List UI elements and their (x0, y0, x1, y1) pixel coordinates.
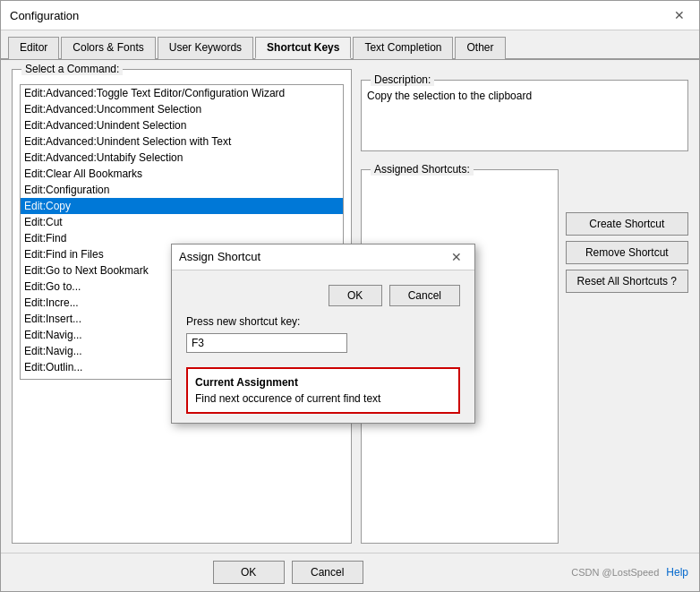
bottom-bar-buttons: OK Cancel (12, 561, 564, 584)
window-title: Configuration (10, 9, 79, 22)
dialog-title: Assign Shortcut (179, 250, 260, 263)
tab-other[interactable]: Other (455, 37, 505, 59)
current-assignment-text: Find next occurence of current find text (195, 392, 451, 405)
current-assignment-title: Current Assignment (195, 376, 451, 389)
dialog-cancel-button[interactable]: Cancel (389, 285, 460, 306)
main-content: Select a Command: Edit:Advanced:Toggle T… (1, 60, 699, 553)
configuration-window: Configuration ✕ Editor Colors & Fonts Us… (0, 0, 700, 592)
assign-shortcut-dialog: Assign Shortcut ✕ OK Cancel Press new sh… (171, 244, 475, 424)
shortcut-key-input[interactable] (186, 333, 347, 353)
dialog-close-button[interactable]: ✕ (446, 249, 467, 265)
dialog-title-bar: Assign Shortcut ✕ (172, 245, 474, 270)
dialog-ok-cancel-row: OK Cancel (186, 285, 460, 306)
current-assignment-box: Current Assignment Find next occurence o… (186, 367, 460, 414)
ok-button[interactable]: OK (213, 561, 285, 584)
help-link[interactable]: Help (666, 566, 688, 579)
watermark: CSDN @LostSpeed (571, 567, 659, 578)
tab-bar: Editor Colors & Fonts User Keywords Shor… (1, 30, 699, 60)
cancel-button[interactable]: Cancel (292, 561, 363, 584)
tab-shortcut-keys[interactable]: Shortcut Keys (255, 37, 351, 59)
window-close-button[interactable]: ✕ (669, 6, 690, 24)
dialog-ok-button[interactable]: OK (329, 285, 382, 306)
dialog-overlay: Assign Shortcut ✕ OK Cancel Press new sh… (1, 60, 699, 553)
tab-text-completion[interactable]: Text Completion (353, 37, 453, 59)
dialog-body: OK Cancel Press new shortcut key: Curren… (172, 270, 474, 423)
title-bar: Configuration ✕ (1, 1, 699, 30)
tab-user-keywords[interactable]: User Keywords (158, 37, 253, 59)
tab-colors-fonts[interactable]: Colors & Fonts (61, 37, 155, 59)
shortcut-key-label: Press new shortcut key: (186, 315, 460, 328)
bottom-bar: OK Cancel CSDN @LostSpeed Help (1, 553, 699, 591)
tab-editor[interactable]: Editor (8, 37, 59, 59)
